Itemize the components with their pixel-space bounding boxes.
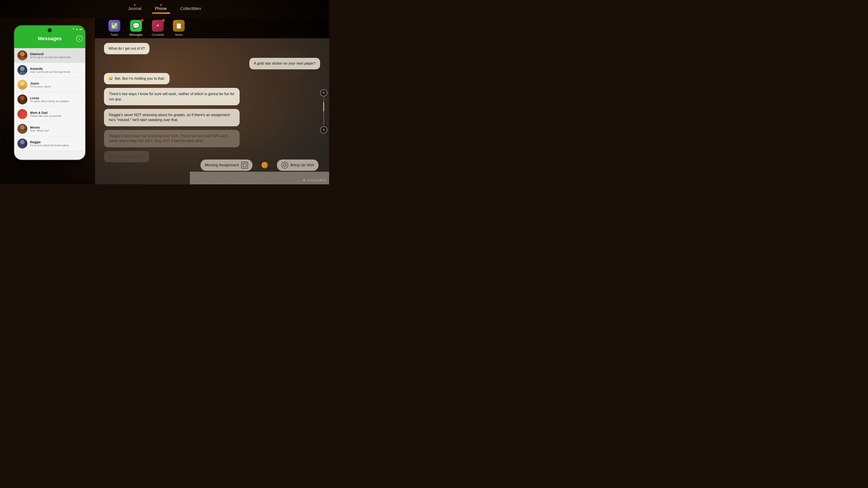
top-navigation: Journal Phone Collectibles bbox=[0, 0, 329, 18]
nav-item-journal[interactable]: Journal bbox=[128, 6, 141, 12]
choice-bar: Missing Assignment Bring Up Vinh bbox=[190, 160, 329, 171]
contact-item-reggie[interactable]: Reggie I'm so sorry about the broken gla… bbox=[14, 136, 85, 151]
nav-item-collectibles[interactable]: Collectibles bbox=[180, 6, 201, 12]
notes-icon-img: 📋 bbox=[173, 20, 185, 32]
missing-assignment-label: Missing Assignment bbox=[205, 163, 239, 167]
choice-separator-dot bbox=[261, 162, 268, 168]
nav-item-phone[interactable]: Phone bbox=[155, 6, 166, 12]
phone-dot bbox=[160, 4, 162, 6]
message-input-bar bbox=[190, 172, 329, 184]
svg-point-5 bbox=[19, 86, 26, 90]
avatar-diamond bbox=[18, 51, 27, 60]
scroll-down-button[interactable]: ▼ bbox=[320, 126, 327, 133]
svg-point-4 bbox=[20, 81, 25, 86]
contact-item-amanda[interactable]: Amanda max! i just found out Revenge Hor… bbox=[14, 63, 85, 77]
contact-info-diamond: Diamond So it's up to you how you wanna … bbox=[30, 52, 82, 59]
battery-icon: ▬ bbox=[80, 28, 82, 30]
contact-info-lucas: Lucas To clarify, this is strictly an in… bbox=[30, 96, 82, 103]
contact-item-momdad[interactable]: ❤ Mom & Dad Please take care of yourself… bbox=[14, 107, 85, 122]
bet-emoji: 😅 bbox=[108, 76, 113, 80]
svg-point-10 bbox=[20, 140, 25, 144]
svg-point-11 bbox=[19, 145, 26, 149]
missing-assignment-icon bbox=[241, 162, 248, 168]
app-icon-messages[interactable]: 💬 Messages bbox=[129, 20, 143, 36]
tasks-icon-img: ✅ bbox=[108, 20, 120, 32]
app-icon-crosstalk[interactable]: ✦ Crosstalk bbox=[152, 20, 164, 36]
svg-point-1 bbox=[19, 57, 26, 60]
notes-label: Notes bbox=[175, 33, 183, 36]
avatar-momdad: ❤ bbox=[18, 109, 27, 119]
scroll-up-button[interactable]: R bbox=[320, 89, 327, 96]
phone-header: ✳ ▲ ▬ Messages L bbox=[14, 26, 85, 48]
camera-notch bbox=[48, 28, 52, 32]
contact-item-lucas[interactable]: Lucas To clarify, this is strictly an in… bbox=[14, 92, 85, 107]
scroll-thumb bbox=[323, 102, 324, 111]
status-bar: ✳ ▲ ▬ bbox=[14, 27, 85, 30]
bring-up-vinh-label: Bring Up Vinh bbox=[290, 163, 314, 167]
nav-label-journal: Journal bbox=[128, 6, 141, 11]
contact-name-joyce: Joyce bbox=[30, 82, 82, 85]
watermark: ❖ THEGAMER bbox=[303, 178, 327, 182]
crosstalk-label: Crosstalk bbox=[152, 33, 164, 36]
message-reggies-grades: Reggie's never NOT stressing about his g… bbox=[104, 109, 240, 126]
svg-point-6 bbox=[20, 96, 25, 100]
tasks-label: Tasks bbox=[111, 33, 118, 36]
avatar-moses bbox=[18, 124, 27, 134]
avatar-reggie bbox=[18, 138, 27, 149]
contact-list[interactable]: Diamond So it's up to you how you wanna … bbox=[14, 48, 85, 160]
contact-preview-amanda: max! i just found out Revenge Horse bbox=[30, 70, 82, 73]
contact-preview-reggie: I'm so sorry about the broken glass, bbox=[30, 144, 82, 147]
svg-point-9 bbox=[19, 130, 26, 134]
svg-point-16 bbox=[283, 164, 286, 166]
contact-name-amanda: Amanda bbox=[30, 67, 82, 70]
svg-point-8 bbox=[20, 125, 25, 130]
contact-info-moses: Moses Sure. What's up? bbox=[30, 126, 82, 132]
contact-info-amanda: Amanda max! i just found out Revenge Hor… bbox=[30, 67, 82, 73]
contact-name-diamond: Diamond bbox=[30, 52, 82, 56]
scroll-track bbox=[323, 98, 324, 125]
message-its-up-to-you: So it's up to you how... bbox=[104, 151, 149, 162]
contact-info-joyce: Joyce I'm so sorry, Joyce. bbox=[30, 82, 82, 88]
heart-avatar-icon: ❤ bbox=[20, 111, 24, 117]
phone-device: ✳ ▲ ▬ Messages L Diamond So it's up to y… bbox=[13, 25, 86, 160]
messages-label: Messages bbox=[129, 33, 143, 36]
app-icon-notes[interactable]: 📋 Notes bbox=[173, 20, 185, 36]
phone-app-title: Messages bbox=[38, 36, 61, 41]
svg-point-2 bbox=[20, 66, 25, 71]
contact-item-moses[interactable]: Moses Sure. What's up? bbox=[14, 122, 85, 136]
contact-item-joyce[interactable]: Joyce I'm so sorry, Joyce. bbox=[14, 77, 85, 92]
messages-icon-img: 💬 bbox=[130, 20, 142, 32]
avatar-lucas bbox=[18, 94, 27, 104]
svg-point-0 bbox=[20, 52, 25, 56]
nav-label-collectibles: Collectibles bbox=[180, 6, 201, 11]
message-two-ways: There's two ways I know for sure will wo… bbox=[104, 88, 240, 105]
contact-preview-joyce: I'm so sorry, Joyce. bbox=[30, 85, 82, 88]
svg-point-7 bbox=[19, 101, 26, 104]
contact-name-reggie: Reggie bbox=[30, 140, 82, 144]
contact-preview-diamond: So it's up to you how you wanna play bbox=[30, 56, 82, 59]
app-icon-bar: ✅ Tasks 💬 Messages ✦ Crosstalk 📋 Notes bbox=[95, 18, 329, 38]
chat-messages: What do I get out of it? A gold star sti… bbox=[95, 38, 329, 167]
nav-label-phone: Phone bbox=[155, 6, 166, 11]
journal-dot bbox=[134, 4, 135, 6]
avatar-joyce bbox=[18, 80, 27, 90]
scroll-left-indicator: L bbox=[76, 35, 83, 42]
messages-badge bbox=[141, 19, 144, 22]
app-icon-tasks[interactable]: ✅ Tasks bbox=[108, 20, 120, 36]
nav-active-underline bbox=[152, 12, 170, 14]
message-gold-star: A gold star sticker on your next paper? bbox=[249, 58, 320, 69]
contact-info-momdad: Mom & Dad Please take care of yourself. bbox=[30, 111, 82, 117]
avatar-amanda bbox=[18, 65, 27, 75]
choice-missing-assignment[interactable]: Missing Assignment bbox=[200, 160, 252, 171]
contact-item-diamond[interactable]: Diamond So it's up to you how you wanna … bbox=[14, 48, 85, 63]
scroll-bar-right: R ▼ bbox=[320, 89, 327, 133]
message-bet: 😅Bet. But I'm holding you to that. bbox=[104, 73, 169, 84]
contact-name-lucas: Lucas bbox=[30, 96, 82, 100]
message-reggies-vinh: Reggie's also never not stressing over V… bbox=[104, 130, 240, 147]
choice-bring-up-vinh[interactable]: Bring Up Vinh bbox=[277, 160, 319, 171]
contact-preview-moses: Sure. What's up? bbox=[30, 129, 82, 132]
svg-point-3 bbox=[19, 71, 26, 75]
contact-preview-momdad: Please take care of yourself. bbox=[30, 115, 82, 117]
crosstalk-icon-img: ✦ bbox=[152, 20, 164, 32]
svg-rect-15 bbox=[243, 164, 246, 167]
